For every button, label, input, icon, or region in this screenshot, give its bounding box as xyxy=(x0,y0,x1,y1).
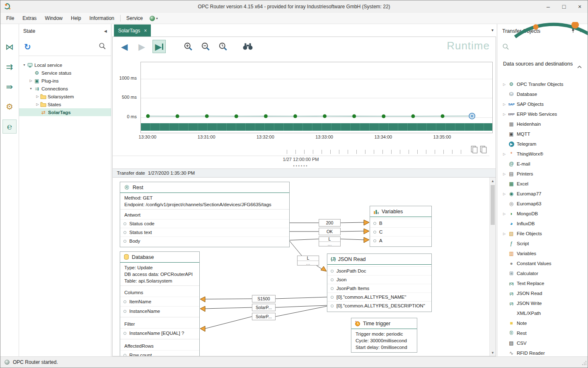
port-status-text[interactable]: Status text xyxy=(120,228,289,236)
collapse-panel-icon[interactable]: ◀ xyxy=(104,29,107,33)
value-box-l[interactable]: L… xyxy=(297,256,319,266)
tree-expander-icon[interactable]: ▾ xyxy=(22,63,27,67)
transfer-object-influxdb[interactable]: ◕InfluxDB xyxy=(497,219,588,229)
timeline-scrubber[interactable] xyxy=(113,144,489,156)
port-itemname[interactable]: ItemName xyxy=(120,297,199,306)
transfer-object-json-read[interactable]: {J}JSON Read xyxy=(497,288,588,298)
transfer-object-euromap63[interactable]: ◎Euromap63 xyxy=(497,199,588,209)
transfer-object-script[interactable]: ƒScript xyxy=(497,239,588,249)
transfer-object-file-objects[interactable]: ▷▧File Objects xyxy=(497,229,588,239)
transfer-point[interactable] xyxy=(205,114,209,118)
scroll-down-icon[interactable]: ▼ xyxy=(490,349,496,356)
transfer-point[interactable] xyxy=(382,115,385,118)
tree-item-service-status[interactable]: ⚙Service status xyxy=(19,69,111,77)
transfer-point[interactable] xyxy=(352,115,356,118)
transfer-point[interactable] xyxy=(293,115,297,118)
transfer-object-rfid-reader[interactable]: ∿RFID Reader xyxy=(497,348,588,356)
nav-plugin-package-button[interactable]: ⚙ xyxy=(2,100,17,114)
expander-icon[interactable]: ▷ xyxy=(503,102,508,106)
port-b[interactable]: B xyxy=(370,219,431,227)
transfer-point[interactable] xyxy=(411,115,415,118)
report-page-icon[interactable] xyxy=(471,146,478,154)
pin-icon[interactable] xyxy=(571,27,575,34)
transfer-object-thingworx[interactable]: ▷*ThingWorx® xyxy=(497,149,588,159)
flow-canvas[interactable]: ®RestMethod: GETEndpoint: /config/v1/pro… xyxy=(113,178,489,356)
transfer-object-e-mail[interactable]: @E-mail xyxy=(497,159,588,169)
find-button[interactable] xyxy=(241,40,254,53)
resize-grip[interactable] xyxy=(582,361,587,367)
close-button[interactable]: × xyxy=(572,0,588,13)
flow-node-rest[interactable]: ®RestMethod: GETEndpoint: /config/v1/pro… xyxy=(120,182,290,247)
expander-icon[interactable]: ▷ xyxy=(503,112,508,116)
menu-file[interactable]: File xyxy=(2,13,18,23)
value-box-s1500[interactable]: S1500 xyxy=(252,295,276,302)
flow-node-variables[interactable]: VariablesBCA xyxy=(370,206,432,247)
refresh-icon[interactable]: ↻ xyxy=(24,43,31,51)
splitter-handle[interactable]: •••••• xyxy=(111,164,490,168)
expander-icon[interactable]: ▷ xyxy=(503,172,508,176)
nav-opc-router-logo-button[interactable]: ℮ xyxy=(2,119,17,134)
transfer-object-calculator[interactable]: ⊞Calculator xyxy=(497,268,588,278)
transfer-object-database[interactable]: ⛁Database xyxy=(497,89,588,99)
tab-list-dropdown-icon[interactable]: ▾ xyxy=(491,28,494,32)
port-instancename[interactable]: InstanceName xyxy=(120,306,199,316)
transfer-point[interactable] xyxy=(176,115,179,118)
port-jsonpath-doc[interactable]: JsonPath Doc xyxy=(327,266,431,275)
tab-solartags[interactable]: SolarTags × xyxy=(114,24,151,37)
transfer-object-excel[interactable]: ▦Excel xyxy=(497,179,588,189)
history-back-button[interactable]: ◀ xyxy=(118,40,131,53)
transfer-object-note[interactable]: ■Note xyxy=(497,318,588,328)
go-to-latest-button[interactable]: ▶ xyxy=(152,40,166,53)
menu-extras[interactable]: Extras xyxy=(18,13,41,23)
tree-expander-icon[interactable]: ▷ xyxy=(35,102,40,106)
canvas-scrollbar[interactable]: ▲ ▼ xyxy=(489,178,496,356)
transfer-object-csv[interactable]: ▤CSV xyxy=(497,338,588,348)
expander-icon[interactable]: ▷ xyxy=(503,192,508,196)
transfer-point[interactable] xyxy=(441,114,445,118)
section-data-sources[interactable]: Data sources and destinations xyxy=(503,61,573,68)
value-box-solarp[interactable]: SolarP... xyxy=(252,304,276,311)
transfer-object-printers[interactable]: ▷▤Printers xyxy=(497,169,588,179)
tab-close-icon[interactable]: × xyxy=(144,28,147,34)
expander-icon[interactable]: ▷ xyxy=(503,212,508,216)
menu-information[interactable]: Information xyxy=(85,13,119,23)
port-body[interactable]: Body xyxy=(120,236,289,245)
scrollbar-thumb[interactable] xyxy=(491,185,495,225)
port-status-code[interactable]: Status code xyxy=(120,219,289,228)
maximize-button[interactable]: □ xyxy=(556,0,572,13)
flow-node-database[interactable]: DatabaseType: UpdateDB access data: OPCR… xyxy=(120,251,200,356)
transfer-object-text-replace[interactable]: {O}Text Replace xyxy=(497,278,588,288)
tree-expander-icon[interactable]: ▾ xyxy=(28,87,34,90)
port-jsonpath-items[interactable]: JsonPath Items xyxy=(327,284,431,292)
transfer-object-variables[interactable]: ▥Variables xyxy=(497,249,588,258)
transfer-object-xml-xpath[interactable]: XML/XPath xyxy=(497,308,588,318)
transfer-object-constant-values[interactable]: ●Constant Values xyxy=(497,258,588,268)
transfer-object-mongodb[interactable]: ▷◗MongoDB xyxy=(497,209,588,219)
nav-template-list-button[interactable]: ⇛ xyxy=(2,80,17,94)
port-c[interactable]: C xyxy=(370,227,431,236)
port-json[interactable]: Json xyxy=(327,275,431,284)
tree-item-plug-ins[interactable]: ▷▣Plug-ins xyxy=(19,77,111,85)
minimize-button[interactable]: – xyxy=(540,0,556,13)
tree-item-connections[interactable]: ▾⇉Connections xyxy=(19,85,111,93)
expander-icon[interactable]: ▷ xyxy=(503,83,508,86)
transfer-point[interactable] xyxy=(264,115,268,118)
expander-icon[interactable]: ▷ xyxy=(503,152,508,156)
value-box-solarp[interactable]: SolarP... xyxy=(252,313,276,320)
port-0-common-alltypes-description[interactable]: [0]."common.ALLTYPES_DESCRIPTION" xyxy=(327,301,431,310)
transfer-object-erp-web-services[interactable]: ▷ERPERP Web Services xyxy=(497,109,588,119)
expander-icon[interactable]: ▷ xyxy=(503,232,508,236)
close-panel-icon[interactable]: × xyxy=(579,28,583,34)
transfer-point[interactable] xyxy=(323,114,327,118)
menu-service[interactable]: Service xyxy=(122,13,147,23)
transfer-object-opc-transfer-objects[interactable]: ▷⚙OPC Transfer Objects xyxy=(497,79,588,89)
flow-node-json-read[interactable]: {J}JSON ReadJsonPath DocJsonJsonPath Ite… xyxy=(327,253,432,312)
zoom-in-button[interactable] xyxy=(181,40,195,53)
menu-help[interactable]: Help xyxy=(67,13,85,23)
search-icon[interactable] xyxy=(99,42,106,51)
chevron-up-icon[interactable] xyxy=(577,64,582,70)
service-status-dropdown[interactable]: ▾ xyxy=(147,15,160,22)
value-box-ok[interactable]: OK xyxy=(319,228,341,235)
transfer-object-rest[interactable]: ®Rest xyxy=(497,328,588,338)
transfer-object-sap-objects[interactable]: ▷SAPSAP Objects xyxy=(497,99,588,109)
